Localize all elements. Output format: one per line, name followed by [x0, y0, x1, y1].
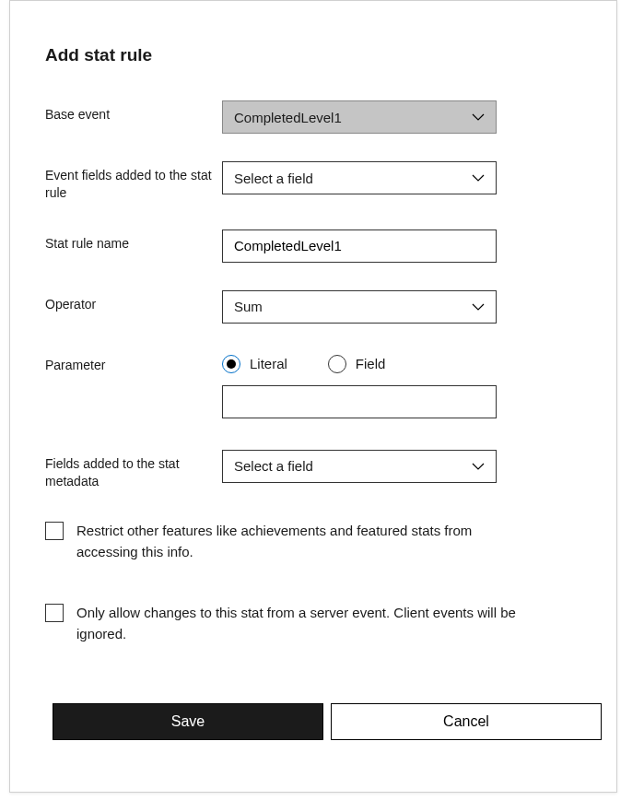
chevron-down-icon	[472, 174, 485, 182]
modal-title: Add stat rule	[45, 45, 574, 65]
stat-rule-name-label: Stat rule name	[45, 229, 222, 253]
operator-label: Operator	[45, 290, 222, 313]
parameter-radio-literal[interactable]: Literal	[222, 355, 287, 373]
cancel-button[interactable]: Cancel	[331, 703, 602, 740]
stat-rule-name-input[interactable]	[222, 229, 497, 263]
radio-icon	[222, 355, 240, 373]
base-event-label: Base event	[45, 100, 222, 124]
metadata-fields-label: Fields added to the stat metadata	[45, 450, 222, 490]
chevron-down-icon	[472, 303, 485, 311]
parameter-radio-field[interactable]: Field	[328, 355, 386, 373]
parameter-radio-group: Literal Field	[222, 351, 574, 373]
metadata-fields-placeholder: Select a field	[234, 458, 313, 474]
event-fields-select[interactable]: Select a field	[222, 161, 497, 194]
base-event-value: CompletedLevel1	[234, 110, 342, 125]
parameter-value-input[interactable]	[222, 385, 497, 418]
event-fields-label: Event fields added to the stat rule	[45, 161, 222, 202]
server-only-checkbox[interactable]	[45, 604, 64, 622]
restrict-checkbox-label: Restrict other features like achievement…	[76, 521, 519, 562]
operator-select[interactable]: Sum	[222, 290, 497, 324]
restrict-checkbox[interactable]	[45, 522, 64, 540]
add-stat-rule-modal: Add stat rule Base event CompletedLevel1…	[9, 0, 617, 793]
chevron-down-icon	[472, 463, 485, 470]
base-event-select[interactable]: CompletedLevel1	[222, 100, 497, 134]
metadata-fields-select[interactable]: Select a field	[222, 450, 497, 483]
operator-value: Sum	[234, 299, 263, 314]
chevron-down-icon	[472, 113, 485, 121]
parameter-label: Parameter	[45, 351, 222, 374]
server-only-checkbox-label: Only allow changes to this stat from a s…	[76, 603, 519, 644]
radio-icon	[328, 355, 346, 373]
event-fields-placeholder: Select a field	[234, 171, 313, 186]
save-button[interactable]: Save	[53, 703, 323, 740]
background-obscured-text: es g se m ue	[629, 52, 644, 282]
